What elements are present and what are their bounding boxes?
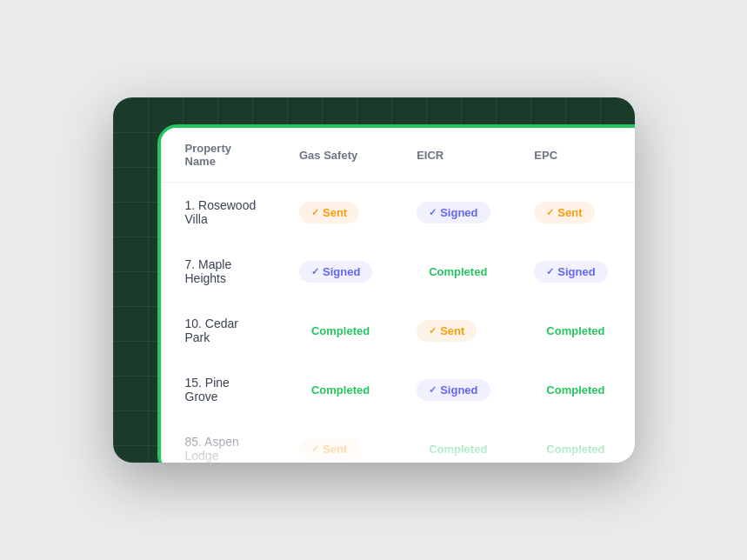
status-badge: ✓Signed — [417, 202, 490, 223]
col-eicr: EICR — [399, 128, 517, 183]
status-badge: Completed — [417, 261, 499, 283]
eicr-cell: Completed — [399, 242, 517, 301]
check-icon: ✓ — [311, 443, 319, 455]
status-badge: Completed — [534, 438, 617, 460]
inner-card-wrapper: Property Name Gas Safety EICR EPC 1. Ros… — [161, 128, 635, 463]
epc-cell: Completed — [517, 419, 634, 463]
badge-label: Signed — [440, 383, 477, 397]
status-badge: ✓Sent — [417, 320, 477, 342]
badge-label: Sent — [440, 324, 464, 337]
table-row: 15. Pine GroveCompleted✓SignedCompleted — [161, 360, 635, 419]
status-badge: Completed — [534, 320, 617, 342]
badge-label: Completed — [546, 383, 604, 397]
property-name: 10. Cedar Park — [161, 301, 282, 360]
gas-safety-cell: Completed — [282, 360, 399, 419]
badge-label: Sent — [323, 206, 347, 219]
property-name: 85. Aspen Lodge — [161, 419, 282, 463]
property-name: 1. Rosewood Villa — [161, 183, 282, 242]
badge-label: Completed — [429, 265, 487, 278]
epc-cell: ✓Sent — [517, 183, 634, 242]
check-icon: ✓ — [546, 207, 554, 218]
status-badge: ✓Signed — [534, 261, 607, 283]
epc-cell: Completed — [517, 360, 634, 419]
check-icon: ✓ — [546, 266, 554, 277]
table-row: 1. Rosewood Villa✓Sent✓Signed✓Sent — [161, 183, 635, 242]
status-badge: Completed — [417, 438, 499, 460]
check-icon: ✓ — [429, 384, 437, 396]
col-gas-safety: Gas Safety — [282, 128, 399, 183]
badge-label: Sent — [557, 206, 582, 219]
table-row: 10. Cedar ParkCompleted✓SentCompleted — [161, 301, 635, 360]
status-badge: Completed — [299, 320, 382, 342]
gas-safety-cell: ✓Signed — [282, 242, 399, 301]
check-icon: ✓ — [429, 325, 437, 337]
status-badge: Completed — [299, 379, 382, 401]
table-row: 7. Maple Heights✓SignedCompleted✓Signed — [161, 242, 635, 301]
status-badge: ✓Sent — [299, 202, 359, 223]
badge-label: Completed — [546, 443, 604, 456]
inner-card: Property Name Gas Safety EICR EPC 1. Ros… — [161, 128, 635, 463]
epc-cell: ✓Signed — [517, 242, 634, 301]
eicr-cell: Completed — [399, 419, 517, 463]
badge-label: Sent — [323, 443, 347, 456]
status-badge: ✓Sent — [534, 202, 594, 223]
eicr-cell: ✓Signed — [399, 183, 517, 242]
gas-safety-cell: ✓Sent — [282, 419, 399, 463]
gas-safety-cell: ✓Sent — [282, 183, 399, 242]
badge-label: Completed — [311, 324, 370, 337]
badge-label: Signed — [557, 265, 595, 278]
property-name: 7. Maple Heights — [161, 242, 282, 301]
check-icon: ✓ — [311, 207, 319, 218]
check-icon: ✓ — [429, 207, 437, 218]
badge-label: Completed — [546, 324, 604, 337]
badge-label: Signed — [440, 206, 477, 219]
table-row: 85. Aspen Lodge✓SentCompletedCompleted — [161, 419, 635, 463]
col-property: Property Name — [161, 128, 282, 183]
status-badge: ✓Sent — [299, 438, 359, 460]
status-badge: ✓Signed — [299, 261, 372, 283]
gas-safety-cell: Completed — [282, 301, 399, 360]
property-name: 15. Pine Grove — [161, 360, 282, 419]
badge-label: Signed — [323, 265, 360, 278]
col-epc: EPC — [517, 128, 634, 183]
epc-cell: Completed — [517, 301, 634, 360]
outer-card: Property Name Gas Safety EICR EPC 1. Ros… — [113, 97, 635, 463]
status-badge: Completed — [534, 379, 617, 401]
eicr-cell: ✓Sent — [399, 301, 517, 360]
status-badge: ✓Signed — [417, 379, 490, 401]
property-table: Property Name Gas Safety EICR EPC 1. Ros… — [161, 128, 635, 463]
check-icon: ✓ — [311, 266, 319, 277]
badge-label: Completed — [429, 443, 487, 456]
badge-label: Completed — [311, 383, 370, 397]
eicr-cell: ✓Signed — [399, 360, 517, 419]
